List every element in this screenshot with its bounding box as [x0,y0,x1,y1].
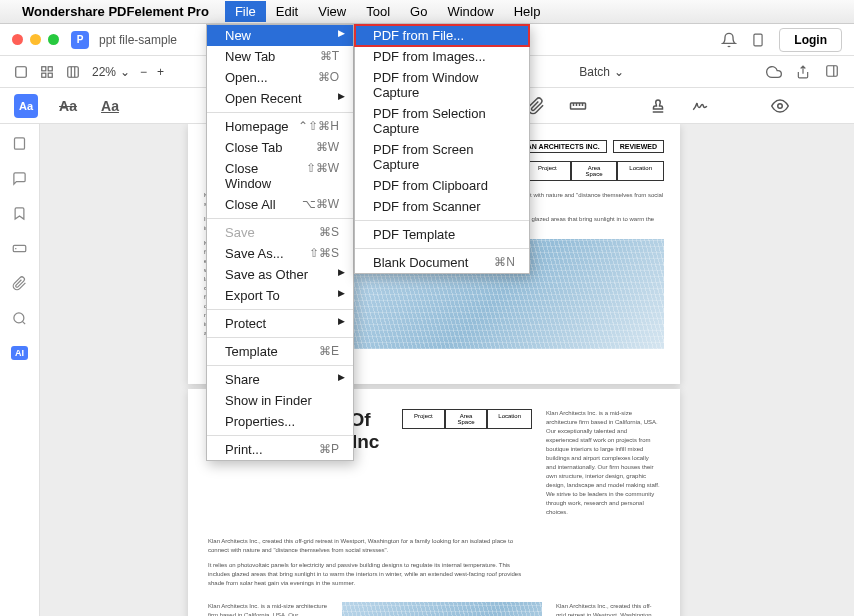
cloud-icon[interactable] [766,64,782,80]
underline-tool[interactable]: Aa [98,94,122,118]
menu-shortcut: ⌘N [494,255,515,270]
menu-window[interactable]: Window [437,1,503,22]
menu-item-label: Blank Document [373,255,468,270]
menu-item-pdf-from-clipboard[interactable]: PDF from Clipboard [355,175,529,196]
menu-item-pdf-from-scanner[interactable]: PDF from Scanner [355,196,529,217]
menu-item-label: New [225,28,251,43]
menubar-app-name[interactable]: Wondershare PDFelement Pro [22,4,209,19]
menu-item-label: Homepage [225,119,289,134]
menu-item-blank-document[interactable]: Blank Document⌘N [355,252,529,273]
menu-item-save-as[interactable]: Save As...⇧⌘S [207,243,353,264]
menu-item-open-recent[interactable]: Open Recent▶ [207,88,353,109]
menu-edit[interactable]: Edit [266,1,308,22]
menu-item-label: Template [225,344,278,359]
menu-item-pdf-from-file[interactable]: PDF from File... [355,25,529,46]
menu-item-label: Close All [225,197,276,212]
panel-toggle-icon[interactable] [824,64,840,80]
menu-shortcut: ⌘T [320,49,339,64]
menu-item-label: Open... [225,70,268,85]
view-grid-icon[interactable] [40,65,54,79]
ai-button[interactable]: AI [11,346,28,360]
doc-p2-col1: Klan Architects Inc. is a mid-size archi… [208,602,328,616]
doc-p2-rightcol: Klan Architects Inc. is a mid-size archi… [546,409,660,517]
document-tab-title[interactable]: ppt file-sample [99,33,177,47]
menu-item-share[interactable]: Share▶ [207,369,353,390]
menu-separator [207,365,353,366]
batch-dropdown[interactable]: Batch ⌄ [579,65,624,79]
menu-item-show-in-finder[interactable]: Show in Finder [207,390,353,411]
ruler-tool-icon[interactable] [566,94,590,118]
signature-tool-icon[interactable] [688,94,712,118]
menu-item-label: Save [225,225,255,240]
menu-item-protect[interactable]: Protect▶ [207,313,353,334]
svg-rect-10 [827,65,838,76]
view-single-icon[interactable] [14,65,28,79]
zoom-out-icon[interactable]: − [140,65,147,79]
svg-rect-0 [754,34,762,46]
menu-file[interactable]: File [225,1,266,22]
fields-icon[interactable] [12,241,27,256]
bookmarks-icon[interactable] [12,206,27,221]
menu-item-new[interactable]: New▶ [207,25,353,46]
search-icon[interactable] [12,311,27,326]
attachments-icon[interactable] [12,276,27,291]
menu-item-label: Export To [225,288,280,303]
close-window-icon[interactable] [12,34,23,45]
menu-item-close-window[interactable]: Close Window⇧⌘W [207,158,353,194]
menu-item-pdf-from-images[interactable]: PDF from Images... [355,46,529,67]
menu-item-label: PDF from Window Capture [373,70,515,100]
menu-shortcut: ⇧⌘W [306,161,339,191]
doc-p2-para1: Klan Architects Inc., created this off-g… [208,537,528,555]
minimize-window-icon[interactable] [30,34,41,45]
menu-item-pdf-from-screen-capture[interactable]: PDF from Screen Capture [355,139,529,175]
menu-item-close-all[interactable]: Close All⌥⌘W [207,194,353,215]
highlight-tool[interactable]: Aa [14,94,38,118]
menu-item-print[interactable]: Print...⌘P [207,439,353,460]
menu-item-label: New Tab [225,49,275,64]
menu-item-label: PDF from Clipboard [373,178,488,193]
menu-item-save-as-other[interactable]: Save as Other▶ [207,264,353,285]
svg-rect-3 [42,66,46,70]
file-menu-dropdown: New▶New Tab⌘TOpen...⌘OOpen Recent▶Homepa… [206,24,354,461]
doc-reviewed-stamp: REVIEWED [613,140,664,153]
strikethrough-tool[interactable]: Aa [56,94,80,118]
menu-item-pdf-from-window-capture[interactable]: PDF from Window Capture [355,67,529,103]
mobile-icon[interactable] [751,32,765,48]
menu-tool[interactable]: Tool [356,1,400,22]
bell-icon[interactable] [721,32,737,48]
menu-item-label: Open Recent [225,91,302,106]
menu-item-label: PDF from Screen Capture [373,142,515,172]
maximize-window-icon[interactable] [48,34,59,45]
svg-rect-5 [42,73,46,77]
menu-separator [207,435,353,436]
menu-item-label: PDF from File... [373,28,464,43]
menu-item-label: Print... [225,442,263,457]
menu-go[interactable]: Go [400,1,437,22]
eye-tool-icon[interactable] [768,94,792,118]
menu-item-new-tab[interactable]: New Tab⌘T [207,46,353,67]
menu-item-label: PDF from Scanner [373,199,481,214]
menu-item-pdf-template[interactable]: PDF Template [355,224,529,245]
menu-item-properties[interactable]: Properties... [207,411,353,432]
menu-item-close-tab[interactable]: Close Tab⌘W [207,137,353,158]
zoom-control[interactable]: 22% ⌄ − + [92,65,164,79]
menu-item-homepage[interactable]: Homepage⌃⇧⌘H [207,116,353,137]
menu-separator [207,112,353,113]
submenu-arrow-icon: ▶ [338,316,345,326]
menu-item-pdf-from-selection-capture[interactable]: PDF from Selection Capture [355,103,529,139]
stamp-tool-icon[interactable] [646,94,670,118]
submenu-arrow-icon: ▶ [338,267,345,277]
share-icon[interactable] [796,64,810,80]
view-columns-icon[interactable] [66,65,80,79]
zoom-in-icon[interactable]: + [157,65,164,79]
login-button[interactable]: Login [779,28,842,52]
menu-shortcut: ⌃⇧⌘H [298,119,339,134]
thumbnails-icon[interactable] [12,136,27,151]
menu-item-open[interactable]: Open...⌘O [207,67,353,88]
menu-item-template[interactable]: Template⌘E [207,341,353,362]
comments-icon[interactable] [12,171,27,186]
menu-item-export-to[interactable]: Export To▶ [207,285,353,306]
menu-view[interactable]: View [308,1,356,22]
menu-help[interactable]: Help [504,1,551,22]
menu-shortcut: ⌘O [318,70,339,85]
